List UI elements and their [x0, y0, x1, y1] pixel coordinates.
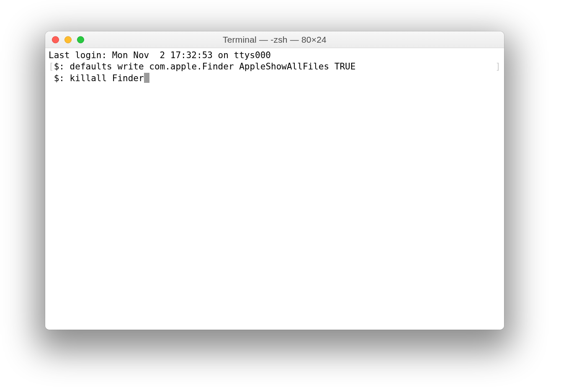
terminal-prompt: $:: [54, 73, 70, 83]
right-bracket: ]: [495, 61, 501, 72]
terminal-window: Terminal — -zsh — 80×24 Last login: Mon …: [45, 31, 504, 330]
zoom-button[interactable]: [77, 36, 84, 43]
close-button[interactable]: [52, 36, 59, 43]
window-title: Terminal — -zsh — 80×24: [45, 35, 504, 45]
window-titlebar[interactable]: Terminal — -zsh — 80×24: [45, 31, 504, 48]
minimize-button[interactable]: [64, 36, 72, 43]
terminal-command-text: killall Finder: [70, 73, 144, 83]
terminal-line: Last login: Mon Nov 2 17:32:53 on ttys00…: [49, 50, 501, 61]
terminal-output-text: Last login: Mon Nov 2 17:32:53 on ttys00…: [49, 50, 271, 60]
left-bracket: [: [49, 61, 54, 72]
terminal-line: [$: defaults write com.apple.Finder Appl…: [49, 61, 501, 72]
terminal-prompt: $:: [54, 61, 70, 72]
terminal-line: $: killall Finder: [49, 73, 501, 84]
terminal-command-text: defaults write com.apple.Finder AppleSho…: [70, 61, 356, 72]
terminal-body[interactable]: Last login: Mon Nov 2 17:32:53 on ttys00…: [45, 48, 504, 330]
cursor-icon: [144, 73, 149, 83]
traffic-lights: [52, 36, 84, 43]
